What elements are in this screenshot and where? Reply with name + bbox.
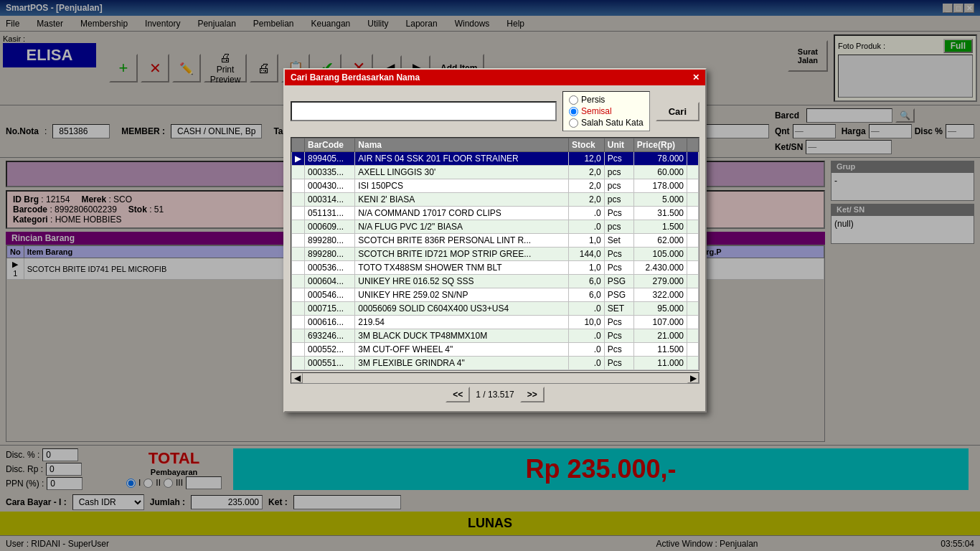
- row-stock: 144,0: [569, 248, 605, 261]
- table-row[interactable]: 051131... N/A COMMAND 17017 CORD CLIPS .…: [292, 207, 699, 220]
- row-indicator: [292, 220, 305, 234]
- row-nama: AIR NFS 04 SSK 201 FLOOR STRAINER: [355, 152, 569, 166]
- row-price: 78.000: [633, 152, 687, 166]
- table-row[interactable]: 000604... UNIKEY HRE 016.52 SQ SSS 6,0 P…: [292, 275, 699, 288]
- row-nama: 219.54: [355, 316, 569, 329]
- table-row[interactable]: 000335... AXELL LINGGIS 30' 2,0 pcs 60.0…: [292, 166, 699, 179]
- row-barcode: 000609...: [305, 220, 355, 234]
- modal-title-bar: Cari Barang Berdasarkan Nama ✕: [285, 70, 705, 85]
- row-extra: [687, 343, 699, 357]
- row-nama: 3M BLACK DUCK TP48MMX10M: [355, 329, 569, 343]
- row-unit: SET: [604, 302, 633, 316]
- row-price: 279.000: [633, 275, 687, 288]
- col-nama: Nama: [355, 138, 569, 152]
- row-unit: Pcs: [604, 316, 633, 329]
- page-info: 1 / 13.517: [476, 390, 514, 400]
- table-row[interactable]: 693246... 3M BLACK DUCK TP48MMX10M .0 Pc…: [292, 329, 699, 343]
- last-page-button[interactable]: >>: [520, 387, 545, 402]
- row-indicator: [292, 193, 305, 207]
- row-extra: [687, 166, 699, 179]
- modal-close-button[interactable]: ✕: [692, 72, 699, 83]
- row-stock: .0: [569, 343, 605, 357]
- scroll-left-button[interactable]: ◀: [291, 373, 303, 383]
- row-extra: [687, 302, 699, 316]
- row-barcode: 000430...: [305, 179, 355, 193]
- radio-salah-satu[interactable]: Salah Satu Kata: [569, 118, 644, 128]
- row-nama: 3M FLEXIBLE GRINDRA 4": [355, 357, 569, 370]
- col-barcode: BarCode: [305, 138, 355, 152]
- row-stock: 6,0: [569, 275, 605, 288]
- row-nama: SCOTCH BRITE 836R PERSONAL LINT R...: [355, 234, 569, 248]
- cari-button[interactable]: Cari: [656, 102, 699, 121]
- table-row[interactable]: ▶ 899405... AIR NFS 04 SSK 201 FLOOR STR…: [292, 152, 699, 166]
- row-unit: pcs: [604, 193, 633, 207]
- table-row[interactable]: 000314... KENI 2' BIASA 2,0 pcs 5.000: [292, 193, 699, 207]
- row-barcode: 051131...: [305, 207, 355, 220]
- row-extra: [687, 193, 699, 207]
- table-row[interactable]: 000536... TOTO TX488SM SHOWER TNM BLT 1,…: [292, 261, 699, 275]
- row-barcode: 000314...: [305, 193, 355, 207]
- table-row[interactable]: 000546... UNIKEY HRE 259.02 SN/NP 6,0 PS…: [292, 288, 699, 302]
- row-barcode: 000546...: [305, 288, 355, 302]
- row-price: 60.000: [633, 166, 687, 179]
- row-nama: N/A FLUG PVC 1/2" BIASA: [355, 220, 569, 234]
- search-modal: Cari Barang Berdasarkan Nama ✕ Persis Se…: [283, 68, 707, 413]
- table-row[interactable]: 000552... 3M CUT-OFF WHEEL 4" .0 Pcs 11.…: [292, 343, 699, 357]
- row-extra: [687, 329, 699, 343]
- scroll-right-button[interactable]: ▶: [687, 373, 699, 383]
- row-extra: [687, 288, 699, 302]
- table-row[interactable]: 000616... 219.54 10,0 Pcs 107.000: [292, 316, 699, 329]
- row-indicator: ▶: [292, 152, 305, 166]
- row-stock: 10,0: [569, 316, 605, 329]
- row-price: 62.000: [633, 234, 687, 248]
- col-price: Price(Rp): [633, 138, 687, 152]
- row-price: 5.000: [633, 193, 687, 207]
- row-stock: 2,0: [569, 193, 605, 207]
- table-row[interactable]: 000551... 3M FLEXIBLE GRINDRA 4" .0 Pcs …: [292, 357, 699, 370]
- row-extra: [687, 261, 699, 275]
- row-unit: Pcs: [604, 152, 633, 166]
- row-barcode: 000335...: [305, 166, 355, 179]
- row-unit: Pcs: [604, 261, 633, 275]
- table-row[interactable]: 899280... SCOTCH BRITE ID721 MOP STRIP G…: [292, 248, 699, 261]
- row-indicator: [292, 179, 305, 193]
- table-row[interactable]: 000430... ISI 150PCS 2,0 pcs 178.000: [292, 179, 699, 193]
- row-price: 11.000: [633, 357, 687, 370]
- row-stock: .0: [569, 357, 605, 370]
- table-row[interactable]: 000609... N/A FLUG PVC 1/2" BIASA .0 pcs…: [292, 220, 699, 234]
- row-nama: 00056069 SOLID C604X400 US3+US4: [355, 302, 569, 316]
- row-nama: AXELL LINGGIS 30': [355, 166, 569, 179]
- row-barcode: 000552...: [305, 343, 355, 357]
- row-extra: [687, 357, 699, 370]
- row-indicator: [292, 234, 305, 248]
- row-barcode: 000604...: [305, 275, 355, 288]
- row-indicator: [292, 166, 305, 179]
- row-price: 95.000: [633, 302, 687, 316]
- row-extra: [687, 152, 699, 166]
- row-extra: [687, 179, 699, 193]
- radio-semisal[interactable]: Semisal: [569, 106, 644, 116]
- row-nama: UNIKEY HRE 016.52 SQ SSS: [355, 275, 569, 288]
- row-extra: [687, 275, 699, 288]
- row-barcode: 000536...: [305, 261, 355, 275]
- row-indicator: [292, 357, 305, 370]
- row-indicator: [292, 261, 305, 275]
- modal-search-input[interactable]: [291, 101, 557, 121]
- row-stock: .0: [569, 302, 605, 316]
- pagination: << 1 / 13.517 >>: [291, 384, 699, 405]
- table-row[interactable]: 000715... 00056069 SOLID C604X400 US3+US…: [292, 302, 699, 316]
- row-indicator: [292, 248, 305, 261]
- radio-persis[interactable]: Persis: [569, 95, 644, 105]
- table-row[interactable]: 899280... SCOTCH BRITE 836R PERSONAL LIN…: [292, 234, 699, 248]
- row-stock: .0: [569, 207, 605, 220]
- first-page-button[interactable]: <<: [446, 387, 470, 402]
- row-indicator: [292, 288, 305, 302]
- row-unit: PSG: [604, 275, 633, 288]
- row-price: 2.430.000: [633, 261, 687, 275]
- row-price: 21.000: [633, 329, 687, 343]
- row-extra: [687, 207, 699, 220]
- row-unit: Pcs: [604, 357, 633, 370]
- row-barcode: 899280...: [305, 234, 355, 248]
- row-unit: Pcs: [604, 207, 633, 220]
- row-barcode: 693246...: [305, 329, 355, 343]
